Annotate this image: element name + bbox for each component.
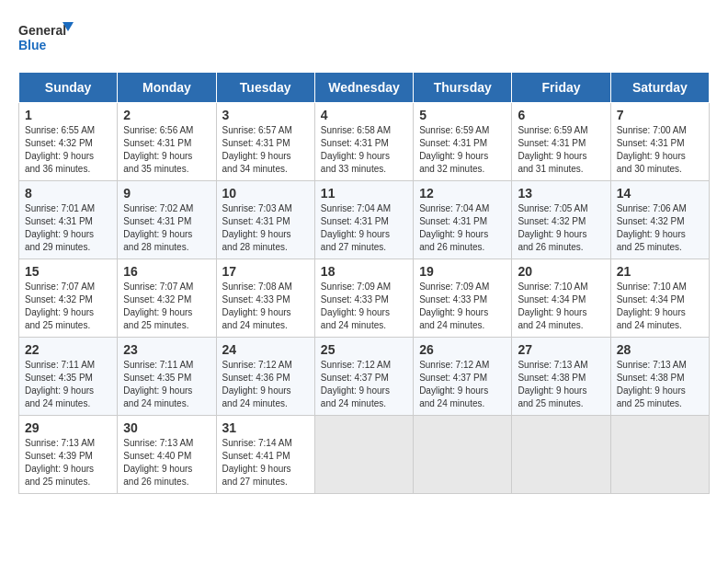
day-info: Sunrise: 7:10 AM Sunset: 4:34 PM Dayligh…: [617, 281, 703, 332]
day-info: Sunrise: 6:59 AM Sunset: 4:31 PM Dayligh…: [419, 124, 506, 176]
day-info: Sunrise: 7:06 AM Sunset: 4:32 PM Dayligh…: [617, 202, 703, 254]
calendar-day-8: 8Sunrise: 7:01 AM Sunset: 4:31 PM Daylig…: [19, 181, 118, 259]
calendar-day-7: 7Sunrise: 7:00 AM Sunset: 4:31 PM Daylig…: [610, 103, 709, 181]
day-number: 27: [518, 342, 604, 357]
day-number: 15: [25, 264, 111, 279]
day-info: Sunrise: 7:14 AM Sunset: 4:41 PM Dayligh…: [222, 437, 309, 488]
weekday-header-monday: Monday: [118, 73, 216, 103]
day-number: 9: [123, 186, 210, 201]
day-number: 11: [321, 186, 407, 201]
calendar-table: SundayMondayTuesdayWednesdayThursdayFrid…: [18, 72, 710, 494]
day-info: Sunrise: 6:59 AM Sunset: 4:31 PM Dayligh…: [518, 124, 604, 176]
day-info: Sunrise: 7:12 AM Sunset: 4:37 PM Dayligh…: [419, 359, 506, 410]
calendar-day-29: 29Sunrise: 7:13 AM Sunset: 4:39 PM Dayli…: [19, 416, 118, 494]
day-info: Sunrise: 7:03 AM Sunset: 4:31 PM Dayligh…: [222, 202, 309, 254]
empty-cell: [512, 416, 610, 494]
day-number: 14: [617, 186, 703, 201]
day-number: 12: [419, 186, 506, 201]
day-info: Sunrise: 7:11 AM Sunset: 4:35 PM Dayligh…: [123, 359, 210, 410]
day-number: 5: [419, 108, 506, 122]
day-number: 31: [222, 420, 309, 435]
day-info: Sunrise: 6:55 AM Sunset: 4:32 PM Dayligh…: [25, 124, 111, 176]
calendar-day-18: 18Sunrise: 7:09 AM Sunset: 4:33 PM Dayli…: [314, 259, 413, 338]
calendar-day-12: 12Sunrise: 7:04 AM Sunset: 4:31 PM Dayli…: [414, 181, 512, 259]
day-info: Sunrise: 7:13 AM Sunset: 4:38 PM Dayligh…: [617, 359, 703, 410]
day-number: 3: [222, 108, 309, 122]
day-number: 17: [222, 264, 309, 279]
calendar-day-10: 10Sunrise: 7:03 AM Sunset: 4:31 PM Dayli…: [216, 181, 314, 259]
day-number: 10: [222, 186, 309, 201]
day-number: 25: [321, 342, 407, 357]
day-number: 29: [25, 420, 111, 435]
logo: GeneralBlue: [18, 18, 74, 57]
weekday-header-sunday: Sunday: [19, 73, 118, 103]
day-number: 2: [123, 108, 210, 122]
day-info: Sunrise: 7:02 AM Sunset: 4:31 PM Dayligh…: [123, 202, 210, 254]
calendar-day-23: 23Sunrise: 7:11 AM Sunset: 4:35 PM Dayli…: [118, 338, 216, 416]
empty-cell: [610, 416, 709, 494]
day-number: 1: [25, 108, 111, 122]
calendar-day-5: 5Sunrise: 6:59 AM Sunset: 4:31 PM Daylig…: [414, 103, 512, 181]
day-number: 23: [123, 342, 210, 357]
calendar-day-26: 26Sunrise: 7:12 AM Sunset: 4:37 PM Dayli…: [414, 338, 512, 416]
weekday-header-tuesday: Tuesday: [216, 73, 314, 103]
day-info: Sunrise: 7:13 AM Sunset: 4:38 PM Dayligh…: [518, 359, 604, 410]
calendar-day-19: 19Sunrise: 7:09 AM Sunset: 4:33 PM Dayli…: [414, 259, 512, 338]
day-info: Sunrise: 7:01 AM Sunset: 4:31 PM Dayligh…: [25, 202, 111, 254]
weekday-header-thursday: Thursday: [414, 73, 512, 103]
day-number: 6: [518, 108, 604, 122]
day-number: 30: [123, 420, 210, 435]
calendar-day-4: 4Sunrise: 6:58 AM Sunset: 4:31 PM Daylig…: [314, 103, 413, 181]
weekday-header-saturday: Saturday: [610, 73, 709, 103]
day-info: Sunrise: 7:12 AM Sunset: 4:36 PM Dayligh…: [222, 359, 309, 410]
day-number: 4: [321, 108, 407, 122]
calendar-day-2: 2Sunrise: 6:56 AM Sunset: 4:31 PM Daylig…: [118, 103, 216, 181]
day-info: Sunrise: 7:04 AM Sunset: 4:31 PM Dayligh…: [419, 202, 506, 254]
day-info: Sunrise: 7:07 AM Sunset: 4:32 PM Dayligh…: [123, 281, 210, 332]
calendar-day-27: 27Sunrise: 7:13 AM Sunset: 4:38 PM Dayli…: [512, 338, 610, 416]
calendar-day-14: 14Sunrise: 7:06 AM Sunset: 4:32 PM Dayli…: [610, 181, 709, 259]
calendar-day-1: 1Sunrise: 6:55 AM Sunset: 4:32 PM Daylig…: [19, 103, 118, 181]
calendar-day-20: 20Sunrise: 7:10 AM Sunset: 4:34 PM Dayli…: [512, 259, 610, 338]
day-info: Sunrise: 7:13 AM Sunset: 4:40 PM Dayligh…: [123, 437, 210, 488]
empty-cell: [314, 416, 413, 494]
svg-text:General: General: [18, 23, 66, 38]
logo-svg: GeneralBlue: [18, 18, 74, 57]
day-info: Sunrise: 6:56 AM Sunset: 4:31 PM Dayligh…: [123, 124, 210, 176]
day-number: 28: [617, 342, 703, 357]
calendar-day-24: 24Sunrise: 7:12 AM Sunset: 4:36 PM Dayli…: [216, 338, 314, 416]
calendar-day-28: 28Sunrise: 7:13 AM Sunset: 4:38 PM Dayli…: [610, 338, 709, 416]
calendar-day-16: 16Sunrise: 7:07 AM Sunset: 4:32 PM Dayli…: [118, 259, 216, 338]
day-info: Sunrise: 7:10 AM Sunset: 4:34 PM Dayligh…: [518, 281, 604, 332]
day-info: Sunrise: 7:09 AM Sunset: 4:33 PM Dayligh…: [419, 281, 506, 332]
day-number: 13: [518, 186, 604, 201]
day-info: Sunrise: 7:12 AM Sunset: 4:37 PM Dayligh…: [321, 359, 407, 410]
weekday-header-wednesday: Wednesday: [314, 73, 413, 103]
day-info: Sunrise: 7:04 AM Sunset: 4:31 PM Dayligh…: [321, 202, 407, 254]
weekday-header-friday: Friday: [512, 73, 610, 103]
calendar-day-13: 13Sunrise: 7:05 AM Sunset: 4:32 PM Dayli…: [512, 181, 610, 259]
calendar-day-6: 6Sunrise: 6:59 AM Sunset: 4:31 PM Daylig…: [512, 103, 610, 181]
day-info: Sunrise: 7:13 AM Sunset: 4:39 PM Dayligh…: [25, 437, 111, 488]
day-number: 16: [123, 264, 210, 279]
day-number: 18: [321, 264, 407, 279]
page-header: GeneralBlue: [18, 18, 710, 57]
day-number: 26: [419, 342, 506, 357]
day-info: Sunrise: 7:00 AM Sunset: 4:31 PM Dayligh…: [617, 124, 703, 176]
day-number: 7: [617, 108, 703, 122]
calendar-day-9: 9Sunrise: 7:02 AM Sunset: 4:31 PM Daylig…: [118, 181, 216, 259]
day-number: 22: [25, 342, 111, 357]
calendar-day-15: 15Sunrise: 7:07 AM Sunset: 4:32 PM Dayli…: [19, 259, 118, 338]
day-info: Sunrise: 7:05 AM Sunset: 4:32 PM Dayligh…: [518, 202, 604, 254]
day-number: 8: [25, 186, 111, 201]
day-info: Sunrise: 6:57 AM Sunset: 4:31 PM Dayligh…: [222, 124, 309, 176]
day-info: Sunrise: 6:58 AM Sunset: 4:31 PM Dayligh…: [321, 124, 407, 176]
calendar-day-31: 31Sunrise: 7:14 AM Sunset: 4:41 PM Dayli…: [216, 416, 314, 494]
calendar-day-30: 30Sunrise: 7:13 AM Sunset: 4:40 PM Dayli…: [118, 416, 216, 494]
day-info: Sunrise: 7:09 AM Sunset: 4:33 PM Dayligh…: [321, 281, 407, 332]
calendar-day-11: 11Sunrise: 7:04 AM Sunset: 4:31 PM Dayli…: [314, 181, 413, 259]
svg-text:Blue: Blue: [18, 38, 47, 52]
day-number: 19: [419, 264, 506, 279]
day-number: 24: [222, 342, 309, 357]
calendar-day-17: 17Sunrise: 7:08 AM Sunset: 4:33 PM Dayli…: [216, 259, 314, 338]
